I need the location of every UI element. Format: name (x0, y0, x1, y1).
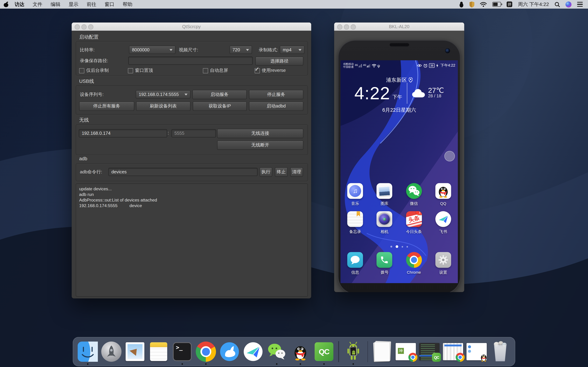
qq-icon[interactable] (435, 183, 451, 199)
checkbox-checked-icon[interactable] (255, 68, 260, 73)
spotlight-icon[interactable] (554, 2, 560, 7)
zoom-button[interactable] (88, 24, 94, 30)
dock-item-launchpad[interactable] (101, 342, 122, 362)
apple-menu-icon[interactable] (4, 2, 8, 7)
bitrate-combobox[interactable]: 8000000 (129, 46, 175, 54)
app-camera[interactable]: 相机 (370, 211, 399, 234)
phone-screen[interactable]: 优酷移动 中国联通 3G 4G ψ 38 (341, 60, 458, 283)
minimize-button[interactable] (81, 24, 87, 30)
battery-icon[interactable] (493, 2, 501, 7)
app-feishu[interactable]: 飞书 (429, 211, 458, 234)
checkbox-window-topmost[interactable]: 窗口置顶 (128, 67, 153, 74)
execute-button[interactable]: 执行 (259, 167, 272, 177)
video-size-combobox[interactable]: 720 (229, 46, 252, 54)
stop-all-services-button[interactable]: 停止所有服务 (79, 101, 134, 111)
input-method-icon[interactable]: 拼 (507, 1, 512, 7)
serial-combobox[interactable]: 192.168.0.174:5555 (136, 90, 190, 98)
phone-window-titlebar[interactable]: BKL-AL20 (334, 23, 464, 31)
minimize-button[interactable] (344, 24, 349, 30)
wechat-icon[interactable] (406, 183, 422, 199)
notification-center-icon[interactable] (577, 2, 583, 7)
paper-plane-icon (243, 342, 263, 362)
dock-item-minimized-doc[interactable]: 坤 (396, 342, 416, 362)
log-output[interactable]: update devices... adb run AdbProcess::ou… (76, 184, 308, 297)
choose-path-button[interactable]: 选择路径 (255, 57, 303, 66)
menubar-clock[interactable]: 周六 下午4:22 (518, 1, 549, 8)
feishu-icon[interactable] (435, 211, 451, 227)
toutiao-icon[interactable]: 头条 1 (406, 211, 422, 227)
menu-finder[interactable]: 访达 (10, 0, 28, 8)
chrome-icon[interactable] (406, 252, 422, 268)
app-gallery[interactable]: 图库 (370, 183, 399, 206)
dock-item-minimized-qq-chat[interactable] (467, 342, 487, 362)
wireless-port-input[interactable]: 5555 (171, 129, 216, 137)
gallery-icon[interactable] (377, 183, 392, 199)
checkbox-auto-screen-off[interactable]: 自动息屏 (203, 67, 228, 74)
siri-icon[interactable] (565, 1, 571, 7)
clock-weather-widget[interactable]: 4:22 下午 27℃ 28 / 18 (341, 83, 458, 104)
dock-item-lark[interactable] (243, 342, 263, 362)
stop-service-button[interactable]: 停止服务 (249, 90, 303, 99)
clear-button[interactable]: 清理 (290, 167, 303, 177)
qtscrcpy-titlebar[interactable]: QtScrcpy (72, 23, 311, 31)
record-format-combobox[interactable]: mp4 (280, 46, 304, 54)
dock-item-chrome[interactable] (196, 342, 216, 362)
app-toutiao[interactable]: 头条 1 今日头条 (399, 211, 429, 234)
start-adbd-button[interactable]: 启动adbd (249, 101, 303, 111)
terminate-button[interactable]: 终止 (275, 167, 288, 177)
wifi-icon[interactable] (480, 2, 487, 7)
dialer-icon[interactable] (377, 252, 392, 268)
shield-icon[interactable] (469, 1, 475, 7)
camera-icon[interactable] (377, 211, 392, 227)
app-memo[interactable]: 备忘录 (341, 211, 370, 234)
adb-command-input[interactable]: devices (108, 168, 258, 176)
checkbox-icon[interactable] (203, 68, 208, 73)
close-button[interactable] (75, 24, 80, 30)
refresh-devices-button[interactable]: 刷新设备列表 (136, 101, 190, 111)
dock-item-notes[interactable] (148, 342, 169, 362)
checkbox-use-reverse[interactable]: 使用reverse (255, 67, 286, 74)
qq-status-icon[interactable] (459, 1, 464, 7)
start-service-button[interactable]: 启动服务 (192, 90, 247, 99)
dock-item-finder[interactable] (78, 342, 98, 362)
checkbox-icon[interactable] (128, 68, 133, 73)
app-music[interactable]: ♫ 音乐 (341, 183, 370, 206)
dock-item-terminal[interactable]: >_ (172, 342, 192, 362)
app-messages[interactable]: 信息 (341, 252, 370, 275)
get-device-ip-button[interactable]: 获取设备IP (193, 101, 247, 111)
menu-window[interactable]: 窗口 (100, 0, 119, 8)
app-qq[interactable]: QQ (429, 183, 458, 206)
widget-date: 6月22日星期六 (341, 107, 458, 114)
dock-item-minimized-webpage[interactable] (443, 342, 463, 362)
music-icon[interactable]: ♫ (347, 183, 363, 199)
memo-icon[interactable] (347, 211, 363, 227)
wireless-ip-input[interactable]: 192.168.0.174 (79, 129, 167, 137)
dock-item-qc[interactable]: QC (314, 342, 334, 362)
messages-icon[interactable] (347, 252, 363, 268)
dock-item-seal-app[interactable] (219, 342, 240, 362)
dock-item-mail[interactable] (125, 342, 145, 362)
menu-view[interactable]: 显示 (65, 0, 83, 8)
settings-gear-icon[interactable] (435, 252, 451, 268)
menu-file[interactable]: 文件 (28, 0, 47, 8)
dock-item-qtscrcpy-android[interactable] (343, 342, 363, 362)
dock-item-qq[interactable] (290, 342, 311, 362)
checkbox-background-record[interactable]: 仅后台录制 (79, 67, 109, 74)
menu-help[interactable]: 帮助 (119, 0, 137, 8)
checkbox-icon[interactable] (79, 68, 84, 73)
menu-edit[interactable]: 编辑 (47, 0, 65, 8)
app-wechat[interactable]: 微信 (399, 183, 429, 206)
wireless-connect-button[interactable]: 无线连接 (217, 129, 303, 138)
record-path-input[interactable] (128, 57, 253, 65)
zoom-button[interactable] (351, 24, 356, 30)
app-settings[interactable]: 设置 (429, 252, 458, 275)
menu-go[interactable]: 前往 (82, 0, 100, 8)
dock-item-minimized-editor[interactable]: QC (419, 342, 440, 362)
dock-item-documents[interactable] (372, 342, 392, 362)
app-dialer[interactable]: 拨号 (370, 252, 399, 275)
dock-item-trash[interactable] (490, 342, 510, 362)
wireless-disconnect-button[interactable]: 无线断开 (217, 141, 303, 150)
close-button[interactable] (337, 24, 342, 30)
dock-item-wechat[interactable] (267, 342, 287, 362)
app-chrome[interactable]: Chrome (399, 252, 429, 275)
